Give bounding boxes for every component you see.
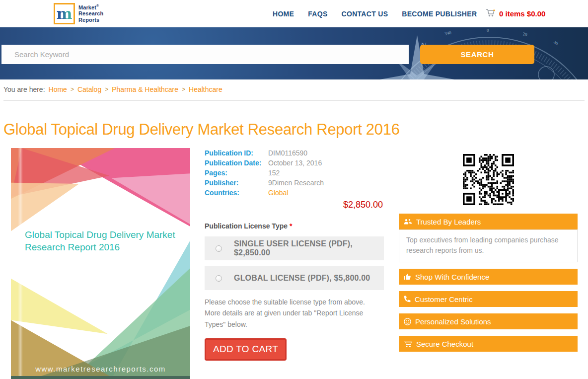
detail-row-pages: Pages: 152 [205,168,384,178]
search-input[interactable] [1,45,409,64]
add-to-cart-button[interactable]: ADD TO CART [205,338,287,361]
breadcrumb-separator: > [182,86,185,93]
detail-value: 152 [268,169,280,177]
divider-line [3,100,585,101]
radio-single-user-license[interactable] [216,245,222,252]
cart-status[interactable]: 0 items $0.00 [486,0,545,27]
cart-icon [486,8,496,19]
detail-label: Publication ID: [205,149,268,157]
phone-icon [404,296,411,303]
breadcrumb-separator: > [71,86,74,93]
page-title: Global Topical Drug Delivery Market Rese… [3,121,550,139]
report-cover-image: Global Topical Drug Delivery Market Rese… [11,148,190,379]
search-button[interactable]: SEARCH [420,45,534,64]
detail-label: Publication Date: [205,159,268,167]
license-option-single-user[interactable]: SINGLE USER LICENSE (PDF), $2,850.00 [205,236,384,260]
trusted-by-leaders-description: Top executives from leading companies pu… [399,229,578,262]
page: m Market® Research Reports HOME FAQS CON… [0,0,588,379]
detail-label: Publisher: [205,179,268,187]
svg-text:0: 0 [487,28,489,33]
qr-code [463,154,514,205]
cart-count-text: 0 items $0.00 [499,9,545,18]
logo-m-letter: m [57,6,73,21]
banner-shop-with-confidence: Shop With Confidence [399,269,578,285]
banner-customer-centric: Customer Centric [399,291,578,307]
banner-label: Shop With Confidence [415,273,489,281]
detail-row-countries: Countries: Global [205,188,384,198]
site-logo[interactable]: m Market® Research Reports [54,3,103,24]
banner-personalized-solutions: Personalized Solutions [399,313,578,329]
detail-value: DIM0116590 [268,149,307,157]
breadcrumb: You are here: Home > Catalog > Pharma & … [3,85,222,93]
nav-home[interactable]: HOME [273,10,294,18]
banner-trusted-by-leaders: Trusted By Leaders [399,214,578,229]
required-asterisk: * [290,222,292,230]
banner-label: Customer Centric [415,295,473,303]
countries-global-link[interactable]: Global [268,189,288,197]
breadcrumb-pharma-healthcare[interactable]: Pharma & Healthcare [112,85,178,93]
breadcrumb-prefix: You are here: [3,85,45,93]
smiley-icon [404,318,411,325]
banner-secure-checkout: Secure Checkout [399,336,578,352]
banner-label: Personalized Solutions [415,317,491,326]
detail-row-publisher: Publisher: 9Dimen Research [205,178,384,188]
detail-value: 9Dimen Research [268,179,324,187]
main-nav: HOME FAQS CONTACT US BECOME PUBLISHER [273,0,477,27]
breadcrumb-separator: > [105,86,108,93]
license-option-label: GLOBAL LICENSE (PDF), $5,800.00 [234,274,370,283]
cover-spine-highlight [18,148,23,379]
license-option-global[interactable]: GLOBAL LICENSE (PDF), $5,800.00 [205,266,384,290]
sidebar: Trusted By Leaders Top executives from l… [399,148,578,358]
hero-search-banner: N 340 0 20 40 SEARCH [0,27,588,79]
detail-row-publication-id: Publication ID: DIM0116590 [205,148,384,158]
breadcrumb-healthcare[interactable]: Healthcare [189,85,222,93]
logo-wordmark: Market® Research Reports [78,4,103,24]
license-note: Please choose the suitable license type … [205,297,378,330]
cover-website-url: www.marketresearchreports.com [11,365,190,373]
breadcrumb-catalog[interactable]: Catalog [77,85,101,93]
cover-title-text: Global Topical Drug Delivery Market Rese… [25,228,180,253]
svg-text:20: 20 [522,31,528,37]
banner-label: Secure Checkout [416,340,473,348]
cart-icon [404,340,412,348]
registered-mark: ® [96,4,99,7]
top-header: m Market® Research Reports HOME FAQS CON… [0,0,588,27]
publication-details: Publication ID: DIM0116590 Publication D… [205,148,384,361]
users-icon [404,219,412,225]
license-type-heading: Publication License Type * [205,222,384,230]
license-type-label: Publication License Type [205,222,288,230]
nav-contact-us[interactable]: CONTACT US [342,10,388,18]
detail-value: October 13, 2016 [268,159,322,167]
logo-mark: m [54,3,75,24]
radio-global-license[interactable] [216,275,222,282]
price: $2,850.00 [205,200,384,210]
cover-bottom-strip [11,376,190,379]
thumbs-up-icon [404,273,411,280]
detail-row-publication-date: Publication Date: October 13, 2016 [205,158,384,168]
logo-line3: Reports [78,17,103,23]
logo-line2: Research [78,10,103,17]
svg-text:340: 340 [444,30,452,36]
detail-label: Countries: [205,189,268,197]
svg-text:40: 40 [553,40,559,46]
license-option-label: SINGLE USER LICENSE (PDF), $2,850.00 [234,239,384,257]
logo-line1: Market [78,4,96,10]
nav-become-publisher[interactable]: BECOME PUBLISHER [402,10,477,18]
breadcrumb-home[interactable]: Home [49,85,67,93]
detail-label: Pages: [205,169,268,177]
banner-label: Trusted By Leaders [416,218,481,226]
nav-faqs[interactable]: FAQS [308,10,327,18]
